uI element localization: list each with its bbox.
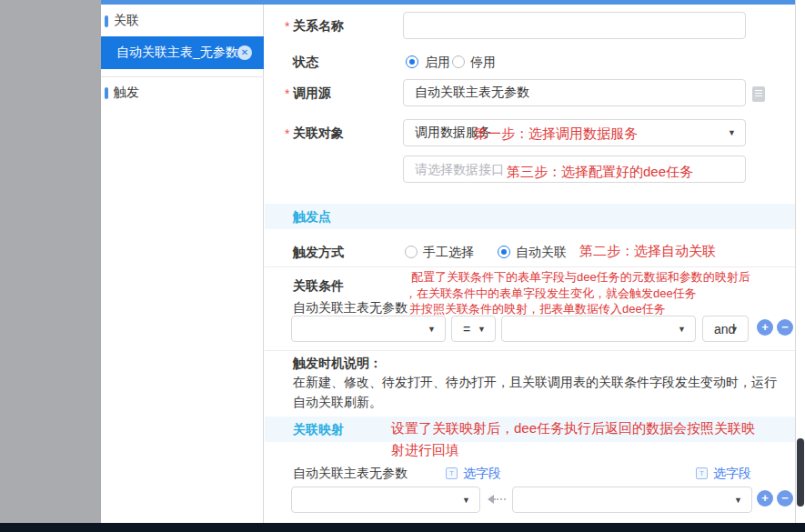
status-enable-radio[interactable] — [406, 55, 418, 68]
mapping-target-select[interactable] — [291, 487, 480, 513]
vertical-scrollbar-thumb[interactable] — [797, 438, 804, 507]
status-enable-label[interactable]: 启用 — [425, 55, 450, 71]
condition-note-line2: ，在关联条件中的表单字段发生变化，就会触发dee任务 — [405, 286, 697, 302]
step3-annotation: 第三步：选择配置好的dee任务 — [507, 164, 693, 181]
add-condition-icon[interactable]: + — [757, 319, 773, 336]
sidebar-item-label: 自动关联主表_无参数 — [116, 45, 238, 61]
condition-logic-select[interactable]: and — [702, 316, 749, 342]
sidebar-group-association[interactable]: 关联 — [114, 13, 139, 29]
operator-value: = — [463, 322, 470, 336]
timing-title: 触发时机说明： — [293, 356, 382, 372]
assoc-object-label: 关联对象 — [293, 125, 344, 142]
remove-mapping-icon[interactable]: − — [777, 490, 793, 507]
timing-line1: 在新建、修改、待发打开、待办打开，且关联调用表的关联条件字段发生变动时，运行 — [293, 375, 777, 391]
sidebar-item-auto-assoc-main-table[interactable]: 自动关联主表_无参数 ✕ — [101, 36, 264, 69]
required-mark: * — [285, 126, 289, 141]
trigger-mode-label: 触发方式 — [293, 245, 344, 261]
status-label: 状态 — [293, 55, 318, 71]
mapping-note-line1: 设置了关联映射后，dee任务执行后返回的数据会按照关联映 — [391, 420, 755, 437]
status-disable-label[interactable]: 停用 — [470, 55, 496, 71]
sidebar-divider — [101, 76, 264, 77]
required-mark: * — [285, 19, 289, 34]
pick-field-link-left[interactable]: 选字段 — [463, 466, 501, 482]
auto-assoc-radio[interactable] — [498, 246, 510, 258]
divider — [265, 350, 795, 351]
group-tick-icon — [105, 87, 108, 99]
add-mapping-icon[interactable]: + — [757, 490, 773, 507]
left-gray-column — [0, 0, 101, 532]
condition-field-select[interactable] — [291, 316, 446, 342]
trigger-section-title: 触发点 — [293, 209, 331, 226]
remove-condition-icon[interactable]: − — [777, 319, 793, 336]
timing-line2: 自动关联刷新。 — [293, 395, 382, 411]
condition-label: 关联条件 — [293, 278, 344, 295]
trigger-section-strip: 触发点 — [265, 204, 795, 229]
pick-field-icon: T — [446, 467, 458, 479]
relation-name-input[interactable] — [403, 12, 746, 39]
auto-assoc-label[interactable]: 自动关联 — [516, 245, 567, 261]
manual-select-label[interactable]: 手工选择 — [423, 245, 474, 261]
call-source-label: 调用源 — [293, 85, 331, 102]
sidebar: 关联 自动关联主表_无参数 ✕ 触发 — [101, 5, 264, 523]
step2-annotation: 第二步：选择自动关联 — [579, 243, 716, 260]
condition-operator-select[interactable]: = — [451, 316, 496, 342]
mapping-source-label: 自动关联主表无参数 — [293, 466, 408, 482]
condition-note-line1: 配置了关联条件下的表单字段与dee任务的元数据和参数的映射后 — [411, 269, 750, 286]
relation-name-label: 关系名称 — [293, 18, 344, 35]
map-direction-arrow-icon — [488, 495, 508, 504]
mapping-note-line2: 射进行回填 — [391, 442, 459, 459]
right-divider — [795, 0, 796, 523]
divider — [265, 266, 795, 267]
pick-field-link-right[interactable]: 选字段 — [713, 466, 751, 482]
mapping-section-title: 关联映射 — [293, 422, 344, 438]
close-icon[interactable]: ✕ — [237, 45, 252, 60]
pick-field-icon: T — [696, 467, 708, 479]
step1-annotation: 第一步：选择调用数据服务 — [474, 125, 638, 143]
document-icon[interactable] — [752, 86, 765, 102]
logic-value: and — [714, 322, 735, 336]
sidebar-group-trigger[interactable]: 触发 — [114, 85, 139, 101]
condition-value-select[interactable] — [501, 316, 696, 342]
required-mark: * — [285, 86, 289, 101]
condition-source-label: 自动关联主表无参数 — [293, 300, 408, 316]
bottom-dark-bar — [0, 523, 805, 532]
status-disable-radio[interactable] — [452, 55, 465, 68]
manual-select-radio[interactable] — [405, 246, 418, 258]
group-tick-icon — [105, 15, 108, 27]
call-source-input[interactable] — [403, 79, 746, 106]
mapping-source-select[interactable] — [512, 487, 752, 513]
